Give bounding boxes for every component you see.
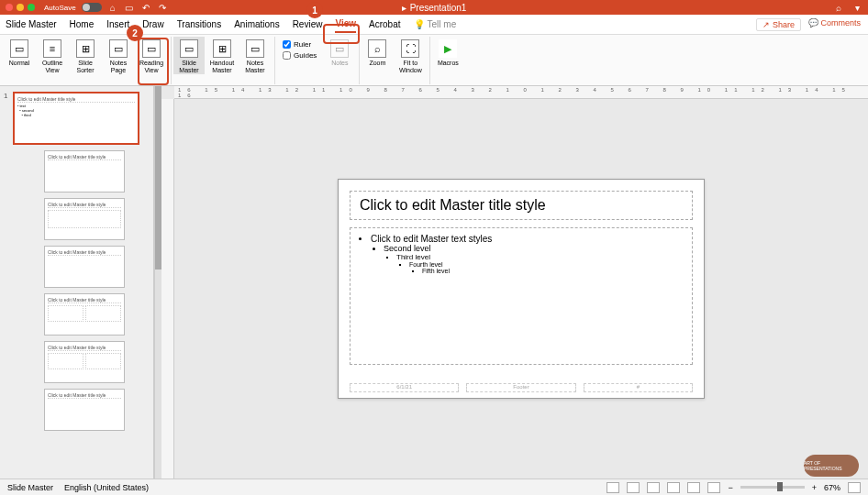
canvas-area: 16 15 14 13 12 11 10 9 8 7 6 5 4 3 2 1 0… bbox=[161, 86, 868, 478]
footer-placeholder[interactable]: Footer bbox=[466, 383, 575, 392]
layout-thumbnail[interactable]: Click to edit Master title style bbox=[44, 293, 125, 336]
slide-master-button[interactable]: ▭Slide Master bbox=[173, 37, 205, 74]
comments-toggle-icon[interactable] bbox=[627, 482, 640, 493]
slide-master-icon: ▭ bbox=[180, 39, 198, 58]
notes-master-button[interactable]: ▭Notes Master bbox=[239, 37, 271, 74]
autosave-label: AutoSave bbox=[44, 4, 76, 12]
date-placeholder[interactable]: 6/1/21 bbox=[350, 383, 459, 392]
handout-icon: ⊞ bbox=[213, 39, 231, 58]
notes-button: ▭Notes bbox=[324, 37, 355, 67]
redo-icon[interactable]: ↷ bbox=[157, 2, 168, 13]
vertical-ruler bbox=[161, 99, 174, 478]
horizontal-ruler: 16 15 14 13 12 11 10 9 8 7 6 5 4 3 2 1 0… bbox=[174, 86, 868, 99]
tab-acrobat[interactable]: Acrobat bbox=[369, 16, 400, 32]
share-button[interactable]: ↗ Share bbox=[756, 18, 801, 31]
tab-review[interactable]: Review bbox=[293, 16, 323, 32]
layout-thumbnail[interactable]: Click to edit Master title style bbox=[44, 198, 125, 240]
sorter-icon: ⊞ bbox=[76, 39, 95, 58]
slidenum-placeholder[interactable]: # bbox=[584, 383, 693, 392]
layout-thumbnail[interactable]: Click to edit Master title style bbox=[44, 341, 125, 383]
watermark-logo: ART OF PRESENTATIONS bbox=[804, 455, 859, 477]
autosave-toggle[interactable] bbox=[82, 3, 102, 12]
zoom-slider[interactable] bbox=[740, 486, 805, 489]
zoom-icon: ⌕ bbox=[368, 39, 386, 58]
tab-home[interactable]: Home bbox=[70, 16, 95, 32]
handout-master-button[interactable]: ⊞Handout Master bbox=[206, 37, 238, 74]
zoom-in-button[interactable]: + bbox=[812, 483, 817, 492]
outline-view-button[interactable]: ≡Outline View bbox=[37, 37, 68, 74]
ruler-checkbox[interactable]: Ruler bbox=[283, 40, 317, 49]
callout-2: 2 bbox=[127, 25, 143, 41]
reading-view-icon[interactable] bbox=[687, 482, 700, 493]
tell-me[interactable]: 💡 Tell me bbox=[414, 19, 457, 29]
thumbnail-scrollbar[interactable] bbox=[154, 86, 161, 478]
body-placeholder[interactable]: Click to edit Master text styles Second … bbox=[350, 227, 693, 365]
guides-checkbox[interactable]: Guides bbox=[283, 51, 317, 60]
thumb-number: 1 bbox=[4, 92, 11, 145]
notes-page-button[interactable]: ▭Notes Page bbox=[103, 37, 134, 74]
callout-1: 1 bbox=[306, 2, 323, 18]
layout-thumbnail[interactable]: Click to edit Master title style bbox=[44, 150, 125, 192]
status-language[interactable]: English (United States) bbox=[64, 483, 149, 492]
thumbnail-pane[interactable]: 1 Click to edit Master title style • tex… bbox=[0, 86, 154, 478]
tab-animations[interactable]: Animations bbox=[234, 16, 279, 32]
powerpoint-icon: ▸ bbox=[402, 3, 406, 13]
slide-canvas[interactable]: Click to edit Master title style Click t… bbox=[174, 99, 868, 478]
doc-title-text: Presentation1 bbox=[410, 3, 467, 13]
status-view-mode: Slide Master bbox=[7, 483, 53, 492]
close-icon[interactable] bbox=[6, 4, 13, 11]
slide-sorter-button[interactable]: ⊞Slide Sorter bbox=[70, 37, 101, 74]
fit-icon[interactable] bbox=[848, 482, 861, 493]
slideshow-view-icon[interactable] bbox=[707, 482, 720, 493]
tab-view[interactable]: View bbox=[335, 16, 356, 33]
normal-icon: ▭ bbox=[10, 39, 28, 58]
ribbon: ▭Normal ≡Outline View ⊞Slide Sorter ▭Not… bbox=[0, 35, 868, 86]
macros-icon: ▶ bbox=[439, 39, 457, 58]
tab-slide-master[interactable]: Slide Master bbox=[6, 16, 57, 32]
normal-view-icon[interactable] bbox=[647, 482, 660, 493]
notes-icon: ▭ bbox=[330, 39, 349, 58]
search-icon[interactable]: ⌕ bbox=[833, 2, 844, 13]
document-title: ▸ Presentation1 bbox=[402, 3, 467, 13]
sorter-view-icon[interactable] bbox=[667, 482, 680, 493]
outline-icon: ≡ bbox=[43, 39, 61, 58]
title-text: Click to edit Master title style bbox=[360, 197, 683, 214]
layout-thumbnail[interactable]: Click to edit Master title style bbox=[44, 246, 125, 288]
title-bar: AutoSave ⌂ ▭ ↶ ↷ ▸ Presentation1 ⌕ ▾ bbox=[0, 0, 868, 15]
macros-button[interactable]: ▶Macros bbox=[432, 37, 463, 67]
layout-thumbnail[interactable]: Click to edit Master title style bbox=[44, 389, 125, 431]
title-placeholder[interactable]: Click to edit Master title style bbox=[350, 191, 693, 220]
master-slide: Click to edit Master title style Click t… bbox=[338, 179, 705, 399]
normal-view-button[interactable]: ▭Normal bbox=[4, 37, 35, 67]
tell-me-label: Tell me bbox=[428, 19, 457, 29]
zoom-percent[interactable]: 67% bbox=[824, 483, 840, 492]
window-controls bbox=[0, 4, 35, 11]
minimize-icon[interactable] bbox=[17, 4, 24, 11]
comments-button[interactable]: 💬 Comments bbox=[808, 18, 861, 31]
home-icon[interactable]: ⌂ bbox=[107, 2, 118, 13]
account-icon[interactable]: ▾ bbox=[851, 2, 862, 13]
workspace: 1 Click to edit Master title style • tex… bbox=[0, 86, 868, 478]
zoom-button[interactable]: ⌕Zoom bbox=[362, 37, 393, 67]
reading-icon: ▭ bbox=[142, 39, 161, 58]
fit-window-button[interactable]: ⛶Fit to Window bbox=[395, 37, 426, 74]
status-bar: Slide Master English (United States) − +… bbox=[0, 478, 868, 495]
save-icon[interactable]: ▭ bbox=[124, 2, 135, 13]
fit-icon: ⛶ bbox=[401, 39, 419, 58]
notes-toggle-icon[interactable] bbox=[606, 482, 619, 493]
tab-transitions[interactable]: Transitions bbox=[177, 16, 222, 32]
undo-icon[interactable]: ↶ bbox=[140, 2, 151, 13]
reading-view-button[interactable]: ▭Reading View bbox=[136, 37, 167, 74]
maximize-icon[interactable] bbox=[28, 4, 35, 11]
notes-page-icon: ▭ bbox=[109, 39, 128, 58]
notes-master-icon: ▭ bbox=[246, 39, 264, 58]
master-thumbnail[interactable]: Click to edit Master title style • text … bbox=[13, 92, 139, 145]
zoom-out-button[interactable]: − bbox=[728, 483, 732, 492]
footer-placeholders: 6/1/21 Footer # bbox=[350, 383, 693, 392]
tab-draw[interactable]: Draw bbox=[142, 16, 163, 32]
